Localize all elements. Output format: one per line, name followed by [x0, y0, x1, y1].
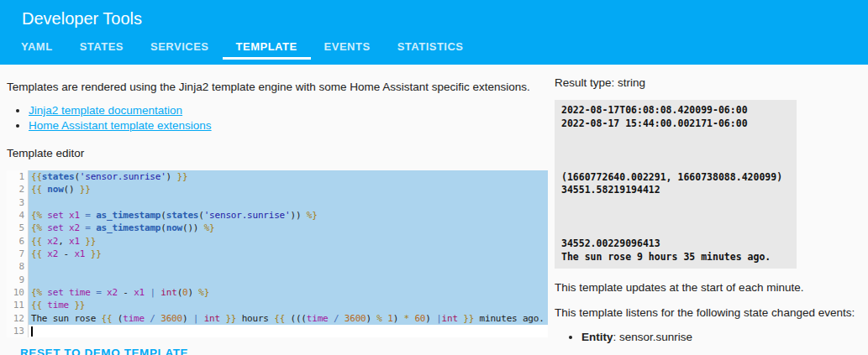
link-jinja2-docs[interactable]: Jinja2 template documentation: [29, 104, 182, 117]
code-line-8[interactable]: [29, 260, 548, 273]
line-number: 4: [7, 209, 24, 222]
code-line-3[interactable]: [29, 196, 548, 209]
result-panel: Result type: string 2022-08-17T06:08:08.…: [548, 65, 861, 355]
code-line-11[interactable]: {{ time }}: [29, 299, 548, 311]
code-line-2[interactable]: {{ now() }}: [29, 183, 548, 196]
app-header: Developer Tools YAMLSTATESSERVICESTEMPLA…: [0, 0, 868, 65]
code-line-13[interactable]: [29, 325, 548, 337]
tab-events[interactable]: EVENTS: [311, 34, 384, 60]
line-number: 13: [7, 325, 24, 337]
line-number: 10: [7, 286, 24, 299]
list-item: Home Assistant template extensions: [29, 119, 548, 132]
reset-demo-template-button[interactable]: RESET TO DEMO TEMPLATE: [20, 347, 188, 355]
entity-list: Entity: sensor.sunrise: [555, 331, 861, 343]
tab-services[interactable]: SERVICES: [137, 34, 223, 60]
line-number: 9: [7, 274, 24, 286]
list-item: Jinja2 template documentation: [29, 104, 548, 117]
listen-info: This template listens for the following …: [555, 306, 861, 319]
code-line-4[interactable]: {% set x1 = as_timestamp(states('sensor.…: [29, 209, 548, 222]
line-number: 2: [7, 183, 24, 196]
tab-bar: YAMLSTATESSERVICESTEMPLATEEVENTSSTATISTI…: [0, 34, 868, 60]
line-number: 8: [7, 260, 24, 273]
code-line-1[interactable]: {{states('sensor.sunrise') }}: [29, 170, 548, 183]
line-number: 12: [7, 312, 24, 325]
result-type-label: Result type: string: [555, 76, 861, 89]
code-line-6[interactable]: {{ x2, x1 }}: [29, 235, 548, 248]
update-info: This template updates at the start of ea…: [555, 281, 861, 294]
template-editor-label: Template editor: [7, 147, 548, 159]
code-line-7[interactable]: {{ x2 - x1 }}: [29, 248, 548, 260]
tab-template[interactable]: TEMPLATE: [223, 34, 311, 60]
line-number: 6: [7, 235, 24, 248]
text-cursor: [31, 326, 33, 337]
code-line-10[interactable]: {% set time = x2 - x1 | int(0) %}: [29, 286, 548, 299]
template-panel: Templates are rendered using the Jinja2 …: [7, 65, 548, 355]
code-line-5[interactable]: {% set x2 = as_timestamp(now()) %}: [29, 222, 548, 234]
entity-value: : sensor.sunrise: [613, 331, 693, 343]
tab-states[interactable]: STATES: [66, 34, 137, 60]
developer-tools-page: Developer Tools YAMLSTATESSERVICESTEMPLA…: [0, 0, 868, 355]
line-number: 3: [7, 196, 24, 209]
result-output: 2022-08-17T06:08:08.420099-06:00 2022-08…: [555, 100, 797, 269]
link-ha-template-extensions[interactable]: Home Assistant template extensions: [29, 119, 212, 132]
content: Templates are rendered using the Jinja2 …: [0, 65, 868, 355]
line-number: 7: [7, 248, 24, 260]
tab-statistics[interactable]: STATISTICS: [384, 34, 477, 60]
line-number: 5: [7, 222, 24, 234]
entity-list-item: Entity: sensor.sunrise: [581, 331, 861, 343]
entity-label: Entity: [581, 331, 613, 343]
line-number-gutter: 12345678910111213: [7, 170, 29, 337]
doc-links: Jinja2 template documentation Home Assis…: [7, 104, 548, 132]
code-line-9[interactable]: [29, 274, 548, 286]
line-number: 11: [7, 299, 24, 311]
template-editor[interactable]: 12345678910111213 {{states('sensor.sunri…: [7, 170, 548, 337]
code-area[interactable]: {{states('sensor.sunrise') }}{{ now() }}…: [29, 170, 548, 337]
line-number: 1: [7, 170, 24, 183]
tab-yaml[interactable]: YAML: [8, 34, 66, 60]
intro-text: Templates are rendered using the Jinja2 …: [7, 81, 548, 93]
code-line-12[interactable]: The sun rose {{ (time / 3600) | int }} h…: [29, 312, 548, 325]
page-title: Developer Tools: [0, 0, 868, 29]
